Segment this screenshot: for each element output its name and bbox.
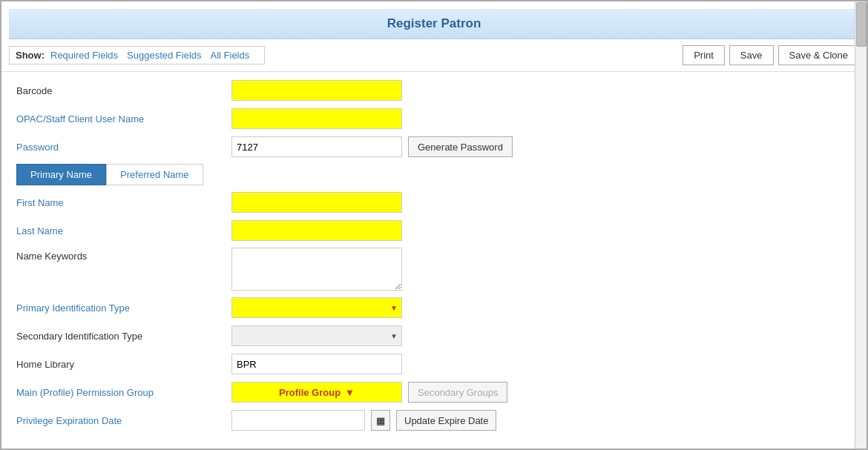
required-fields-link[interactable]: Required Fields: [50, 50, 118, 61]
secondary-id-type-control: ▼: [231, 325, 402, 346]
name-keywords-control: [231, 248, 402, 291]
first-name-label: First Name: [16, 197, 231, 208]
profile-group-label: Profile Group: [279, 387, 341, 398]
preferred-name-tab[interactable]: Preferred Name: [106, 164, 203, 185]
barcode-label: Barcode: [16, 85, 231, 96]
show-filter-container: Show: Required Fields Suggested Fields A…: [9, 46, 265, 64]
last-name-row: Last Name: [16, 219, 852, 242]
permission-group-label: Main (Profile) Permission Group: [16, 387, 231, 398]
calendar-icon: ▦: [376, 415, 385, 426]
opac-label: OPAC/Staff Client User Name: [16, 113, 231, 125]
first-name-control: [231, 192, 402, 213]
primary-id-type-select[interactable]: [231, 297, 402, 318]
update-expire-date-button[interactable]: Update Expire Date: [396, 410, 496, 431]
page-title: Register Patron: [387, 16, 481, 30]
privilege-expiration-label: Privilege Expiration Date: [16, 415, 231, 426]
form-content: Barcode OPAC/Staff Client User Name Pass…: [1, 72, 867, 449]
opac-row: OPAC/Staff Client User Name: [16, 107, 852, 130]
opac-control: [231, 108, 402, 129]
primary-id-type-label: Primary Identification Type: [16, 302, 231, 314]
profile-group-arrow-icon: ▼: [345, 387, 355, 398]
secondary-id-type-select[interactable]: [231, 325, 402, 346]
barcode-input[interactable]: [231, 80, 402, 101]
first-name-row: First Name: [16, 191, 852, 214]
home-library-row: Home Library: [16, 353, 852, 375]
profile-group-button[interactable]: Profile Group ▼: [231, 382, 402, 403]
barcode-control: [231, 80, 402, 101]
primary-id-type-control: ▼: [231, 297, 402, 318]
barcode-row: Barcode: [16, 79, 852, 102]
primary-id-type-row: Primary Identification Type ▼: [16, 297, 852, 319]
generate-password-button[interactable]: Generate Password: [408, 136, 513, 157]
secondary-id-type-row: Secondary Identification Type ▼: [16, 325, 852, 347]
secondary-id-type-label: Secondary Identification Type: [16, 331, 231, 342]
name-keywords-textarea[interactable]: [231, 248, 402, 291]
all-fields-link[interactable]: All Fields: [211, 50, 250, 61]
suggested-fields-link[interactable]: Suggested Fields: [127, 50, 201, 61]
calendar-button[interactable]: ▦: [371, 410, 390, 431]
password-control: Generate Password: [231, 136, 513, 157]
opac-input[interactable]: [231, 108, 402, 129]
last-name-label: Last Name: [16, 225, 231, 236]
primary-id-type-wrapper: ▼: [231, 297, 402, 318]
privilege-expiration-input[interactable]: [231, 410, 365, 431]
privilege-expiration-control: ▦ Update Expire Date: [231, 410, 496, 431]
secondary-id-type-wrapper: ▼: [231, 325, 402, 346]
home-library-label: Home Library: [16, 359, 231, 370]
scrollbar-thumb[interactable]: [856, 2, 867, 47]
name-keywords-label: Name Keywords: [16, 248, 231, 262]
toolbar: Show: Required Fields Suggested Fields A…: [1, 39, 867, 72]
last-name-input[interactable]: [231, 220, 402, 241]
home-library-input[interactable]: [231, 354, 402, 374]
password-label: Password: [16, 142, 231, 153]
name-tabs: Primary Name Preferred Name: [16, 164, 852, 185]
permission-group-row: Main (Profile) Permission Group Profile …: [16, 381, 852, 403]
scrollbar-track[interactable]: [855, 1, 867, 449]
print-button[interactable]: Print: [683, 45, 725, 65]
permission-group-control: Profile Group ▼ Secondary Groups: [231, 382, 507, 403]
first-name-input[interactable]: [231, 192, 402, 213]
privilege-expiration-row: Privilege Expiration Date ▦ Update Expir…: [16, 409, 852, 431]
page-header: Register Patron: [9, 9, 859, 39]
toolbar-actions: Print Save Save & Clone: [683, 45, 859, 65]
show-label: Show:: [16, 50, 45, 61]
save-clone-button[interactable]: Save & Clone: [778, 45, 860, 65]
home-library-control: [231, 354, 402, 374]
save-button[interactable]: Save: [729, 45, 774, 65]
password-row: Password Generate Password: [16, 136, 852, 158]
name-keywords-row: Name Keywords: [16, 248, 852, 291]
password-input[interactable]: [231, 136, 402, 157]
secondary-groups-button[interactable]: Secondary Groups: [408, 382, 507, 403]
main-window: Register Patron Show: Required Fields Su…: [0, 0, 868, 450]
last-name-control: [231, 220, 402, 241]
primary-name-tab[interactable]: Primary Name: [16, 164, 106, 185]
